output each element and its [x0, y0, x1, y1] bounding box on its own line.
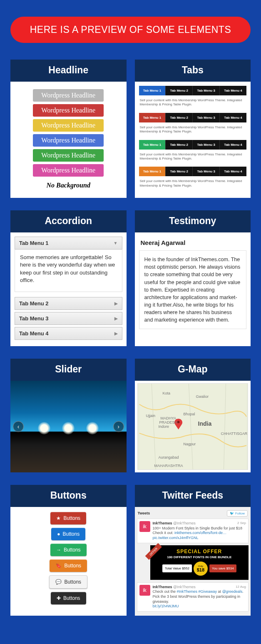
gmap-title: G-Map: [135, 359, 251, 381]
headline-blue: Wordpress Headline: [33, 134, 104, 147]
headline-title: Headline: [10, 60, 127, 82]
tab-orange-1[interactable]: Tab Menu 1: [139, 167, 166, 176]
accordion-item-label: Tab Menu 3: [19, 315, 49, 322]
tab-item[interactable]: Tab Menu 4: [219, 113, 246, 122]
map-label: Ujjain: [146, 414, 156, 418]
map-label: Nagpur: [184, 442, 196, 446]
button-label: Buttons: [64, 547, 81, 553]
follow-button[interactable]: 🐦 Follow: [227, 510, 248, 517]
buttons-card: Buttons ★Buttons ●Buttons →Buttons 🔖Butt…: [10, 485, 127, 616]
tabs-desc: Sell your content with this Membership W…: [139, 95, 247, 109]
headline-card: Headline Wordpress Headline Wordpress He…: [10, 60, 127, 198]
avatar: ik: [139, 521, 150, 532]
tab-blue-1[interactable]: Tab Menu 1: [139, 86, 166, 95]
chevron-right-icon: ▶: [114, 301, 118, 306]
accordion-card: Accordion Tab Menu 1 ▼ Some memories are…: [10, 210, 127, 346]
tabs-title: Tabs: [135, 60, 251, 82]
tweet-link[interactable]: bit.ly/1h4WJMU: [153, 604, 179, 608]
t2a: Check out the: [153, 589, 177, 594]
button-label: Buttons: [64, 579, 81, 585]
hashtag[interactable]: #InkThemes: [177, 589, 198, 594]
t2d: at: [217, 589, 222, 594]
tweets-label: Tweets: [138, 511, 150, 515]
tabs-desc: Sell your content with this Membership W…: [139, 176, 247, 190]
button-label: Buttons: [63, 531, 80, 537]
tab-green-1[interactable]: Tab Menu 1: [139, 140, 166, 150]
map-label: PRADESH: [159, 420, 178, 424]
testimony-name: Neeraj Agarwal: [141, 239, 245, 246]
tweet-link[interactable]: pic.twitter.com/xJ4mflYGNL: [153, 536, 199, 540]
slider-next-button[interactable]: ›: [113, 421, 124, 432]
offer-sub: 100 DIFFERENT FONTS IN ONE BUNDLE: [153, 555, 246, 559]
tab-item[interactable]: Tab Menu 2: [165, 140, 192, 150]
offer-save: You save $534: [209, 564, 236, 572]
button-dark[interactable]: ✚Buttons: [51, 592, 86, 604]
slider-title: Slider: [10, 359, 127, 381]
chat-icon: 💬: [55, 579, 62, 585]
tweet-handle: @InkThemes: [173, 585, 196, 589]
accordion-item-2[interactable]: Tab Menu 2 ▶: [15, 297, 122, 310]
mention[interactable]: @greedeals: [222, 589, 243, 594]
accordion-item-label: Tab Menu 2: [19, 300, 49, 307]
accordion-item-4[interactable]: Tab Menu 4 ▶: [15, 327, 122, 340]
button-label: Buttons: [63, 595, 80, 601]
tab-red-1[interactable]: Tab Menu 1: [139, 113, 166, 122]
accordion-item-3[interactable]: Tab Menu 3 ▶: [15, 312, 122, 325]
offer-title: SPECIAL OFFER: [153, 549, 246, 554]
twitter-card: Twitter Feeds Tweets 🐦 Follow ik InkThem…: [135, 485, 251, 616]
accordion-item-label: Tab Menu 4: [19, 330, 49, 337]
slider-prev-button[interactable]: ‹: [13, 421, 24, 432]
tweet-line: 100+ Modern Font Styles in Single Bundle…: [153, 526, 242, 530]
chevron-right-icon: ▶: [114, 316, 118, 321]
tweet-prefix: Check it out:: [153, 531, 175, 535]
tab-item[interactable]: Tab Menu 3: [192, 113, 219, 122]
offer-price-value: $18: [197, 567, 204, 572]
button-red[interactable]: ★Buttons: [50, 512, 86, 524]
tweet-handle: @InkThemes: [173, 521, 196, 525]
headline-yellow: Wordpress Headline: [33, 119, 104, 132]
tab-item[interactable]: Tab Menu 4: [219, 140, 246, 150]
twitter-icon: 🐦: [230, 512, 234, 515]
testimony-title: Testimony: [135, 210, 251, 232]
map-label: Bhopal: [184, 412, 195, 416]
tag-icon: 🔖: [55, 563, 62, 569]
tab-item[interactable]: Tab Menu 4: [219, 167, 246, 176]
tab-item[interactable]: Tab Menu 3: [192, 140, 219, 150]
tab-item[interactable]: Tab Menu 2: [165, 113, 192, 122]
tweet-user[interactable]: InkThemes: [153, 521, 172, 525]
follow-label: Follow: [235, 512, 245, 515]
arrow-icon: →: [56, 547, 61, 553]
tweet-user[interactable]: InkThemes: [153, 585, 172, 589]
avatar: ik: [139, 585, 150, 596]
accordion-content: Some memories are unforgettable! So here…: [15, 250, 122, 292]
button-green[interactable]: →Buttons: [50, 544, 87, 556]
tab-item[interactable]: Tab Menu 3: [192, 167, 219, 176]
tweet-1: ik InkThemes @InkThemes 2 Sep 100+ Moder…: [137, 519, 249, 543]
accordion-item-1[interactable]: Tab Menu 1 ▼: [15, 237, 122, 250]
button-white[interactable]: 💬Buttons: [49, 575, 87, 589]
tabs-desc: Sell your content with this Membership W…: [139, 150, 247, 163]
map-label: Indore: [159, 424, 169, 429]
tab-item[interactable]: Tab Menu 2: [165, 167, 192, 176]
map-label: Kota: [163, 391, 171, 395]
headline-red: Wordpress Headline: [33, 104, 104, 117]
tweet-link[interactable]: inkthemes.com/offers/font-de…: [174, 531, 226, 535]
tab-item[interactable]: Tab Menu 2: [165, 86, 192, 95]
tab-item[interactable]: Tab Menu 4: [219, 86, 246, 95]
plus-icon: ✚: [57, 595, 61, 601]
cards-grid: Headline Wordpress Headline Wordpress He…: [10, 60, 251, 616]
offer-price: Only $18: [194, 562, 208, 576]
button-label: Buttons: [64, 563, 81, 569]
map-label: Gwalior: [196, 394, 209, 399]
offer-banner: OFFER SPECIAL OFFER 100 DIFFERENT FONTS …: [150, 545, 249, 580]
hashtag[interactable]: #Giveaway: [197, 589, 217, 594]
testimony-card: Testimony Neeraj Agarwal He is the found…: [135, 210, 251, 346]
button-blue[interactable]: ●Buttons: [51, 528, 85, 540]
button-orange[interactable]: 🔖Buttons: [50, 559, 87, 572]
map-svg: [138, 384, 248, 469]
circle-icon: ●: [57, 531, 60, 537]
offer-total: Total Value $552: [162, 564, 192, 572]
tab-item[interactable]: Tab Menu 3: [192, 86, 219, 95]
map-area[interactable]: India MADHYA PRADESH Bhopal Indore Nagpu…: [137, 383, 249, 470]
twitter-title: Twitter Feeds: [135, 485, 251, 507]
